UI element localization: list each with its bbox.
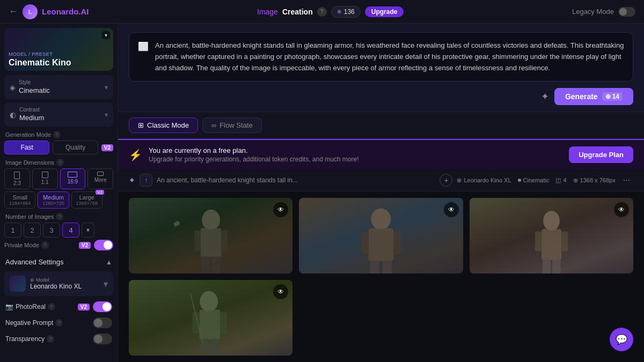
- neg-prompt-toggle[interactable]: [93, 317, 112, 328]
- photoreal-label: 📷 PhotoReal ?: [5, 303, 55, 311]
- num-more-button[interactable]: ▾: [82, 223, 94, 238]
- gen-mode-section: Generation Mode ?: [5, 131, 112, 138]
- private-mode-help-icon[interactable]: ?: [41, 241, 49, 249]
- fast-mode-button[interactable]: Fast: [4, 141, 49, 154]
- lightning-icon: ⚡: [129, 149, 142, 161]
- preset-info: Model / Preset Cinematic Kino: [9, 48, 71, 68]
- image-dims-help-icon[interactable]: ?: [56, 159, 64, 166]
- svg-rect-24: [210, 339, 218, 356]
- prompt-text[interactable]: An ancient, battle-hardened knight stand…: [155, 40, 624, 73]
- style-selector[interactable]: ◈ Style Cinematic ▾: [4, 75, 113, 99]
- image-card-1[interactable]: 👁: [129, 198, 292, 274]
- dim-16-9-label: 16:9: [68, 179, 78, 184]
- transparency-help-icon[interactable]: ?: [47, 335, 54, 343]
- style-label: Style: [19, 79, 50, 85]
- image-4-placeholder: [129, 280, 292, 356]
- model-label: ⊕ Model: [30, 277, 82, 283]
- dim-2-3-button[interactable]: 2:3: [4, 168, 30, 189]
- eye-1-icon: 👁: [277, 206, 284, 213]
- gen-meta: ⊕ Leonardo Kino XL Cinematic ◫ 4 ⊕ 1368 …: [457, 177, 615, 184]
- eye-3-icon: 👁: [618, 206, 625, 213]
- flow-state-label: Flow State: [219, 121, 252, 129]
- num-images-help-icon[interactable]: ?: [56, 213, 63, 220]
- private-mode-controls: V2: [79, 240, 113, 250]
- image-dims-label: Image Dimensions: [5, 159, 54, 166]
- prompt-box[interactable]: ⬜ An ancient, battle-hardened knight sta…: [129, 32, 633, 82]
- legacy-mode-label: Legacy Mode: [572, 8, 614, 16]
- num-image-buttons: 1 2 3 4 ▾: [4, 223, 113, 238]
- model-info: ⊕ Model Leonardo Kino XL: [30, 277, 82, 290]
- dim-more-button[interactable]: More: [87, 168, 113, 189]
- generate-button[interactable]: Generate ⊕ 14: [554, 88, 633, 105]
- gen-mode-help-icon[interactable]: ?: [53, 131, 61, 138]
- transparency-row: Transparency ?: [4, 331, 113, 346]
- image-2-eye-overlay[interactable]: 👁: [444, 202, 459, 217]
- help-icon[interactable]: ?: [317, 7, 327, 17]
- user-avatar[interactable]: L: [23, 4, 38, 19]
- dim-16-9-button[interactable]: 16:9: [60, 168, 86, 189]
- style-icon: ◈: [10, 83, 16, 92]
- image-card-2[interactable]: 👁: [299, 198, 463, 274]
- gen-meta-count-icon: ◫: [555, 177, 561, 184]
- num-2-button[interactable]: 2: [24, 223, 41, 238]
- model-chevron-icon: ▾: [104, 279, 108, 289]
- gen-meta-model-icon: ⊕: [457, 177, 462, 184]
- contrast-chevron-icon: ▾: [105, 111, 108, 119]
- svg-rect-20: [199, 310, 219, 339]
- legacy-mode-toggle[interactable]: [618, 7, 635, 17]
- num-1-button[interactable]: 1: [4, 223, 21, 238]
- size-small-button[interactable]: Small 1184×864: [4, 191, 35, 209]
- gen-meta-res-icon: ⊕: [573, 177, 578, 184]
- contrast-selector[interactable]: ◐ Contrast Medium ▾: [4, 102, 113, 127]
- brand-name: Leonardo: [42, 7, 78, 16]
- contrast-value: Medium: [19, 114, 44, 122]
- svg-rect-5: [211, 256, 219, 274]
- model-selector[interactable]: ⊕ Model Leonardo Kino XL ▾: [4, 271, 113, 296]
- size-medium-button[interactable]: Medium 1280×720: [38, 191, 69, 209]
- back-button[interactable]: ←: [9, 6, 18, 17]
- quality-mode-button[interactable]: Quality: [53, 141, 98, 154]
- num-4-button[interactable]: 4: [62, 223, 79, 238]
- svg-rect-4: [202, 256, 210, 274]
- gen-bar-add-button[interactable]: +: [440, 174, 452, 187]
- svg-rect-3: [221, 230, 228, 250]
- transparency-toggle[interactable]: [93, 334, 112, 344]
- flow-state-tab[interactable]: ∞ Flow State: [202, 117, 262, 133]
- dim-wide-icon: [68, 172, 77, 178]
- wand-icon[interactable]: ✦: [541, 91, 549, 102]
- dim-more-label: More: [94, 177, 107, 183]
- gen-bar-more-button[interactable]: ···: [620, 174, 633, 186]
- private-mode-toggle[interactable]: [94, 240, 113, 250]
- svg-rect-17: [542, 258, 550, 274]
- dim-portrait-icon: [14, 172, 20, 179]
- neg-prompt-help-icon[interactable]: ?: [55, 319, 63, 327]
- svg-point-0: [202, 209, 220, 230]
- advanced-settings-header[interactable]: Advanced Settings ▲: [4, 255, 113, 269]
- image-card-3[interactable]: 👁: [470, 198, 633, 274]
- classic-mode-label: Classic Mode: [147, 121, 189, 129]
- banner-title: You are currently on a free plan.: [149, 146, 562, 154]
- top-navigation: ← L Leonardo.AI Image Creation ? ⊕ 136 U…: [0, 0, 644, 24]
- classic-mode-tab[interactable]: ⊞ Classic Mode: [129, 117, 198, 133]
- chat-fab-button[interactable]: 💬: [610, 328, 633, 351]
- preset-dropdown[interactable]: ▾: [102, 31, 110, 39]
- size-large-label: Large: [79, 194, 94, 201]
- upgrade-plan-button[interactable]: Upgrade Plan: [569, 146, 633, 163]
- main-layout: Model / Preset Cinematic Kino ▾ ◈ Style …: [0, 24, 644, 362]
- preset-card[interactable]: Model / Preset Cinematic Kino ▾: [4, 28, 113, 71]
- gen-meta-style: Cinematic: [518, 177, 550, 183]
- svg-rect-15: [535, 231, 541, 251]
- photoreal-toggle[interactable]: [93, 301, 112, 312]
- image-card-4[interactable]: 👁: [129, 280, 292, 356]
- dim-square-icon: [42, 172, 48, 178]
- neg-prompt-label: Negative Prompt ?: [5, 319, 63, 327]
- dim-1-1-button[interactable]: 1:1: [32, 168, 58, 189]
- upgrade-button[interactable]: Upgrade: [365, 6, 404, 17]
- prompt-box-icon: ⬜: [138, 41, 149, 51]
- photoreal-help-icon[interactable]: ?: [48, 303, 55, 311]
- num-3-button[interactable]: 3: [43, 223, 60, 238]
- size-large-button[interactable]: Large 1368×768 V2: [71, 191, 103, 209]
- image-2-bg: [299, 198, 463, 274]
- upscale-button[interactable]: ↑: [140, 174, 152, 187]
- token-icon: ⊕: [337, 9, 341, 14]
